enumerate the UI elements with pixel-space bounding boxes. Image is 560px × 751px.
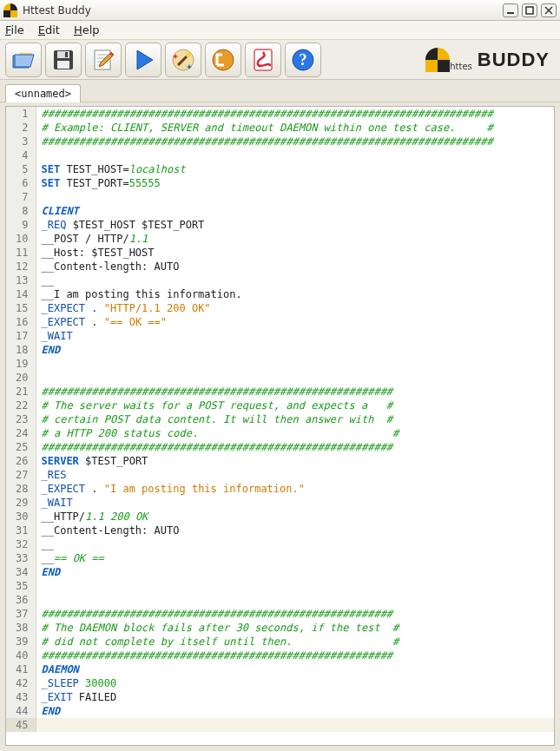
code-content[interactable]: SERVER $TEST_PORT bbox=[36, 454, 554, 468]
pdf-button[interactable] bbox=[245, 43, 281, 77]
code-line[interactable]: 4 bbox=[6, 148, 554, 162]
code-content[interactable]: ########################################… bbox=[36, 649, 554, 662]
code-content[interactable]: ########################################… bbox=[36, 385, 554, 399]
code-content[interactable]: # The DAEMON block fails after 30 second… bbox=[36, 621, 554, 635]
code-content[interactable]: _EXPECT . "HTTP/1.1 200 OK" bbox=[36, 301, 554, 315]
code-editor[interactable]: 1#######################################… bbox=[5, 106, 555, 746]
code-line[interactable]: 7 bbox=[6, 190, 554, 204]
code-line[interactable]: 1#######################################… bbox=[6, 107, 554, 121]
code-content[interactable]: __Content-Length: AUTO bbox=[36, 524, 554, 537]
code-content[interactable] bbox=[36, 190, 554, 204]
code-content[interactable] bbox=[36, 357, 554, 371]
code-line[interactable]: 14__I am posting this information. bbox=[6, 287, 554, 301]
code-line[interactable]: 29_WAIT bbox=[6, 496, 554, 510]
code-content[interactable]: _EXPECT . "I am posting this information… bbox=[36, 482, 554, 496]
code-line[interactable]: 23# certain POST data content. It will t… bbox=[6, 412, 554, 426]
code-line[interactable]: 31__Content-Length: AUTO bbox=[6, 524, 554, 537]
code-content[interactable]: _REQ $TEST_HOST $TEST_PORT bbox=[36, 218, 554, 232]
menu-edit[interactable]: Edit bbox=[38, 23, 60, 36]
code-content[interactable]: END bbox=[36, 704, 554, 718]
code-content[interactable]: # Example: CLIENT, SERVER and timeout DA… bbox=[36, 121, 554, 135]
code-content[interactable]: _EXIT FAILED bbox=[36, 690, 554, 704]
code-content[interactable]: SET TEST_PORT=55555 bbox=[36, 176, 554, 190]
code-line[interactable]: 3#######################################… bbox=[6, 135, 554, 148]
code-line[interactable]: 16_EXPECT . "== OK ==" bbox=[6, 315, 554, 329]
code-content[interactable]: ########################################… bbox=[36, 440, 554, 454]
maximize-button[interactable] bbox=[522, 3, 537, 17]
code-content[interactable] bbox=[36, 593, 554, 607]
edit-button[interactable] bbox=[85, 43, 122, 77]
code-line[interactable]: 34END bbox=[6, 565, 554, 579]
code-line[interactable]: 18END bbox=[6, 343, 554, 357]
code-line[interactable]: 13__ bbox=[6, 273, 554, 287]
code-line[interactable]: 22# The server waits for a POST request,… bbox=[6, 399, 554, 412]
code-content[interactable]: __ bbox=[36, 537, 554, 551]
code-line[interactable]: 33__== OK == bbox=[6, 551, 554, 565]
code-line[interactable]: 17_WAIT bbox=[6, 329, 554, 343]
code-line[interactable]: 44END bbox=[6, 704, 554, 718]
tab-unnamed[interactable]: <unnamed> bbox=[5, 84, 81, 102]
help-button[interactable]: ? bbox=[285, 43, 321, 77]
code-line[interactable]: 2# Example: CLIENT, SERVER and timeout D… bbox=[6, 121, 554, 135]
code-content[interactable]: ########################################… bbox=[36, 107, 554, 121]
close-button[interactable] bbox=[541, 3, 557, 17]
code-content[interactable] bbox=[36, 371, 554, 385]
code-line[interactable]: 32__ bbox=[6, 537, 554, 551]
code-content[interactable]: # certain POST data content. It will the… bbox=[36, 412, 554, 426]
code-line[interactable]: 41DAEMON bbox=[6, 662, 554, 676]
code-content[interactable]: _SLEEP 30000 bbox=[36, 676, 554, 690]
code-content[interactable]: END bbox=[36, 565, 554, 579]
code-content[interactable]: _WAIT bbox=[36, 496, 554, 510]
code-line[interactable]: 40######################################… bbox=[6, 649, 554, 662]
code-content[interactable]: # did not complete by itself until then.… bbox=[36, 635, 554, 649]
code-line[interactable]: 35 bbox=[6, 579, 554, 593]
code-content[interactable]: __I am posting this information. bbox=[36, 287, 554, 301]
code-content[interactable]: __ bbox=[36, 273, 554, 287]
code-line[interactable]: 10__POST / HTTP/1.1 bbox=[6, 232, 554, 246]
code-line[interactable]: 6SET TEST_PORT=55555 bbox=[6, 176, 554, 190]
code-line[interactable]: 39# did not complete by itself until the… bbox=[6, 635, 554, 649]
code-content[interactable]: SET TEST_HOST=localhost bbox=[36, 162, 554, 176]
code-content[interactable] bbox=[36, 579, 554, 593]
code-line[interactable]: 8CLIENT bbox=[6, 204, 554, 218]
wizard-button[interactable] bbox=[165, 43, 201, 77]
code-content[interactable]: _RES bbox=[36, 468, 554, 482]
code-line[interactable]: 11__Host: $TEST_HOST bbox=[6, 246, 554, 260]
save-button[interactable] bbox=[45, 43, 82, 77]
code-content[interactable]: __Host: $TEST_HOST bbox=[36, 246, 554, 260]
code-content[interactable]: __POST / HTTP/1.1 bbox=[36, 232, 554, 246]
code-line[interactable]: 24# a HTTP 200 status code. # bbox=[6, 426, 554, 440]
code-line[interactable]: 25######################################… bbox=[6, 440, 554, 454]
menu-file[interactable]: File bbox=[5, 23, 24, 36]
code-content[interactable]: # The server waits for a POST request, a… bbox=[36, 399, 554, 412]
menu-help[interactable]: Help bbox=[74, 23, 100, 36]
code-line[interactable]: 9_REQ $TEST_HOST $TEST_PORT bbox=[6, 218, 554, 232]
minimize-button[interactable] bbox=[503, 3, 518, 17]
code-content[interactable]: __Content-length: AUTO bbox=[36, 260, 554, 273]
code-content[interactable]: _EXPECT . "== OK ==" bbox=[36, 315, 554, 329]
code-line[interactable]: 21######################################… bbox=[6, 385, 554, 399]
code-line[interactable]: 30__HTTP/1.1 200 OK bbox=[6, 510, 554, 524]
code-line[interactable]: 28_EXPECT . "I am posting this informati… bbox=[6, 482, 554, 496]
code-line[interactable]: 36 bbox=[6, 593, 554, 607]
code-content[interactable] bbox=[36, 148, 554, 162]
open-button[interactable] bbox=[5, 43, 42, 77]
log-button[interactable] bbox=[205, 43, 241, 77]
code-line[interactable]: 5SET TEST_HOST=localhost bbox=[6, 162, 554, 176]
code-content[interactable]: DAEMON bbox=[36, 662, 554, 676]
code-line[interactable]: 19 bbox=[6, 357, 554, 371]
run-button[interactable] bbox=[125, 43, 161, 77]
code-line[interactable]: 38# The DAEMON block fails after 30 seco… bbox=[6, 621, 554, 635]
code-content[interactable]: END bbox=[36, 343, 554, 357]
code-content[interactable]: CLIENT bbox=[36, 204, 554, 218]
code-content[interactable]: # a HTTP 200 status code. # bbox=[36, 426, 554, 440]
code-content[interactable]: _WAIT bbox=[36, 329, 554, 343]
code-line[interactable]: 26SERVER $TEST_PORT bbox=[6, 454, 554, 468]
code-content[interactable]: ########################################… bbox=[36, 135, 554, 148]
code-content[interactable]: __== OK == bbox=[36, 551, 554, 565]
code-line[interactable]: 37######################################… bbox=[6, 607, 554, 621]
code-line[interactable]: 42_SLEEP 30000 bbox=[6, 676, 554, 690]
code-line[interactable]: 15_EXPECT . "HTTP/1.1 200 OK" bbox=[6, 301, 554, 315]
code-line[interactable]: 12__Content-length: AUTO bbox=[6, 260, 554, 273]
code-content[interactable]: ########################################… bbox=[36, 607, 554, 621]
